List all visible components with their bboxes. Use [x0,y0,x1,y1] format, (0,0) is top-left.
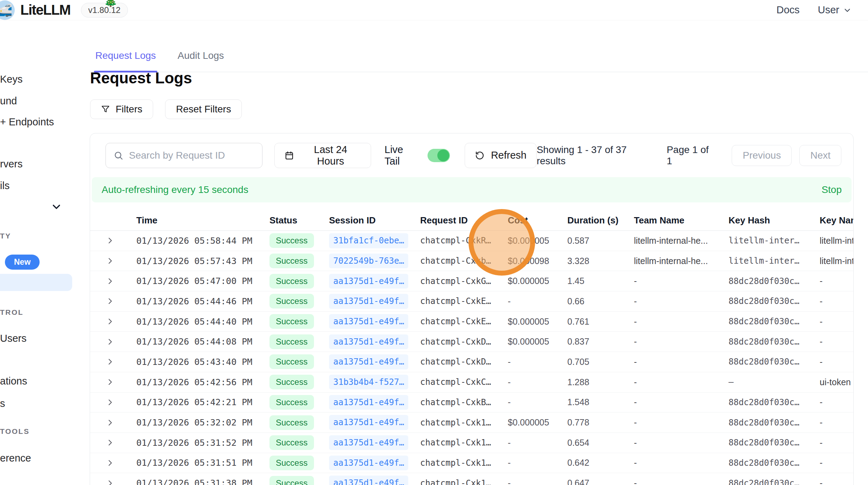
search-input[interactable] [129,150,254,161]
expand-row-button[interactable] [90,418,130,427]
status-cell: Success [263,354,323,369]
sidebar-item[interactable]: Users [0,333,27,344]
key-name-cell: - [813,458,854,468]
duration-cell: 1.548 [561,397,628,407]
status-cell: Success [263,334,323,349]
col-header-team-name: Team Name [628,215,722,226]
session-id-link[interactable]: 7022549b-763e… [329,254,408,268]
holiday-tree-icon: 🎄 [104,0,118,7]
table-row: 01/13/2026 05:42:21 PMSuccessaa1375d1-e4… [90,393,853,413]
sidebar-item[interactable]: Keys [0,74,22,85]
time-cell: 01/13/2026 05:57:43 PM [130,256,263,266]
previous-page-button[interactable]: Previous [732,145,792,166]
session-id-link[interactable]: aa1375d1-e49f… [329,435,408,450]
duration-cell: 0.837 [561,337,628,347]
session-id-link[interactable]: aa1375d1-e49f… [329,476,408,485]
time-cell: 01/13/2026 05:31:52 PM [130,438,263,448]
col-header-duration: Duration (s) [561,215,628,226]
sidebar-item[interactable]: ations [0,375,27,387]
session-id-link[interactable]: aa1375d1-e49f… [329,334,408,349]
session-id-link[interactable]: 31b3b4b4-f527… [329,375,408,389]
table-row: 01/13/2026 05:58:44 PMSuccess31bfa1cf-0e… [90,231,853,251]
expand-row-button[interactable] [90,438,130,447]
user-menu[interactable]: User [818,4,851,16]
tab-audit-logs[interactable]: Audit Logs [177,50,225,72]
table-row: 01/13/2026 05:42:56 PMSuccess31b3b4b4-f5… [90,372,853,393]
expand-row-button[interactable] [90,257,130,265]
status-badge: Success [269,476,314,485]
session-id-link[interactable]: aa1375d1-e49f… [329,314,408,329]
session-id-link[interactable]: aa1375d1-e49f… [329,294,408,309]
expand-row-button[interactable] [90,317,130,326]
sidebar-new-badge: New [5,255,40,270]
request-logs-table: TimeStatusSession IDRequest IDCostDurati… [90,210,853,485]
auto-refresh-text: Auto-refreshing every 15 seconds [102,184,248,195]
duration-cell: 0.647 [561,478,628,485]
status-cell: Success [263,476,323,485]
sidebar-collapse-chevron-icon[interactable] [51,201,62,212]
key-hash-cell: 88dc28d0f030c… [722,296,813,306]
search-box [105,143,262,168]
expand-row-button[interactable] [90,398,130,407]
table-row: 01/13/2026 05:31:52 PMSuccessaa1375d1-e4… [90,433,853,453]
cost-cell: $0.000098 [501,256,561,266]
status-cell: Success [263,274,323,289]
session-id-link[interactable]: aa1375d1-e49f… [329,456,408,470]
cost-cell: - [501,458,561,468]
expand-row-button[interactable] [90,236,130,245]
col-header-session-id: Session ID [323,215,414,226]
sidebar-item[interactable]: erence [0,452,31,464]
status-cell: Success [263,415,323,430]
reset-filters-button[interactable]: Reset Filters [165,99,242,119]
table-row: 01/13/2026 05:31:51 PMSuccessaa1375d1-e4… [90,453,853,473]
status-badge: Success [269,456,314,470]
expand-row-button[interactable] [90,358,130,366]
session-id-link[interactable]: aa1375d1-e49f… [329,354,408,369]
cost-cell: - [501,438,561,448]
time-cell: 01/13/2026 05:58:44 PM [130,236,263,246]
table-header-row: TimeStatusSession IDRequest IDCostDurati… [90,210,853,231]
cost-cell: - [501,397,561,407]
col-header-key-hash: Key Hash [722,215,813,226]
tab-request-logs[interactable]: Request Logs [95,50,157,72]
docs-link[interactable]: Docs [777,4,800,16]
next-page-button[interactable]: Next [799,145,841,166]
status-badge: Success [269,395,314,410]
live-tail-toggle[interactable] [428,149,450,162]
expand-row-button[interactable] [90,277,130,285]
time-cell: 01/13/2026 05:32:02 PM [130,417,263,428]
expand-row-button[interactable] [90,297,130,305]
sidebar-item[interactable]: rvers [0,158,22,170]
session-id-cell: aa1375d1-e49f… [323,395,414,410]
cost-cell: $0.000005 [501,317,561,327]
status-cell: Success [263,375,323,389]
session-id-link[interactable]: aa1375d1-e49f… [329,274,408,289]
session-id-cell: aa1375d1-e49f… [323,456,414,470]
time-range-button[interactable]: Last 24 Hours [274,143,371,168]
sidebar-item[interactable]: und [0,95,17,107]
table-row: 01/13/2026 05:57:43 PMSuccess7022549b-76… [90,251,853,271]
table-row: 01/13/2026 05:44:08 PMSuccessaa1375d1-e4… [90,332,853,352]
sidebar-item[interactable]: + Endpoints [0,116,54,128]
stop-auto-refresh-link[interactable]: Stop [821,184,842,195]
time-cell: 01/13/2026 05:31:38 PM [130,478,263,485]
session-id-link[interactable]: aa1375d1-e49f… [329,395,408,410]
cost-cell: $0.000005 [501,276,561,286]
session-id-link[interactable]: 31bfa1cf-0ebe… [329,233,408,248]
expand-row-button[interactable] [90,479,130,485]
team-name-cell: - [628,357,722,367]
expand-row-button[interactable] [90,378,130,386]
session-id-cell: aa1375d1-e49f… [323,435,414,450]
team-name-cell: - [628,317,722,327]
col-header-key-name: Key Name [813,215,854,226]
sidebar-selected-item[interactable] [0,274,72,291]
sidebar-item[interactable]: ils [0,180,9,192]
filters-button[interactable]: Filters [90,99,153,119]
expand-row-button[interactable] [90,338,130,346]
sidebar-item[interactable]: s [0,398,5,409]
session-id-link[interactable]: aa1375d1-e49f… [329,415,408,430]
refresh-button[interactable]: Refresh [465,143,537,168]
request-id-cell: chatcmpl-CxkD… [414,357,501,367]
expand-row-button[interactable] [90,459,130,467]
request-id-cell: chatcmpl-Cxk1… [414,478,501,485]
